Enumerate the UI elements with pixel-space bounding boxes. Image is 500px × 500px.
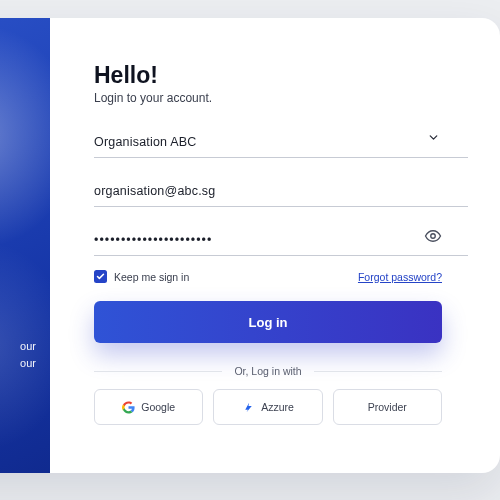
google-button[interactable]: Google (94, 389, 203, 425)
azure-icon (242, 401, 255, 414)
divider-left (94, 371, 222, 372)
form-subheading: Login to your account. (94, 91, 442, 105)
options-row: Keep me sign in Forgot password? (94, 270, 442, 283)
svg-point-0 (431, 234, 436, 239)
google-label: Google (141, 401, 175, 413)
keep-signed-in[interactable]: Keep me sign in (94, 270, 189, 283)
hero-tagline: our our (0, 338, 36, 373)
or-label: Or, Log in with (234, 365, 301, 377)
login-card: our our Hello! Login to your account. (0, 18, 500, 473)
login-form: Hello! Login to your account. (50, 18, 500, 473)
azzure-label: Azzure (261, 401, 294, 413)
divider-row: Or, Log in with (94, 365, 442, 377)
google-icon (122, 401, 135, 414)
organisation-select[interactable] (94, 129, 442, 158)
password-field[interactable] (94, 227, 468, 256)
provider-button[interactable]: Provider (333, 389, 442, 425)
email-field-wrap (94, 178, 442, 207)
hero-line-1: our (0, 338, 36, 356)
provider-label: Provider (368, 401, 407, 413)
password-field-wrap (94, 227, 442, 256)
sso-providers: Google Azzure Provider (94, 389, 442, 425)
form-heading: Hello! (94, 62, 442, 89)
eye-icon[interactable] (424, 227, 442, 249)
divider-right (314, 371, 442, 372)
hero-line-2: our (0, 355, 36, 373)
keep-label: Keep me sign in (114, 271, 189, 283)
hero-panel: our our (0, 18, 50, 473)
checkbox-checked-icon[interactable] (94, 270, 107, 283)
forgot-password-link[interactable]: Forgot password? (358, 271, 442, 283)
organisation-input[interactable] (94, 129, 468, 158)
login-button[interactable]: Log in (94, 301, 442, 343)
email-field[interactable] (94, 178, 468, 207)
chevron-down-icon (427, 131, 440, 144)
azzure-button[interactable]: Azzure (213, 389, 322, 425)
